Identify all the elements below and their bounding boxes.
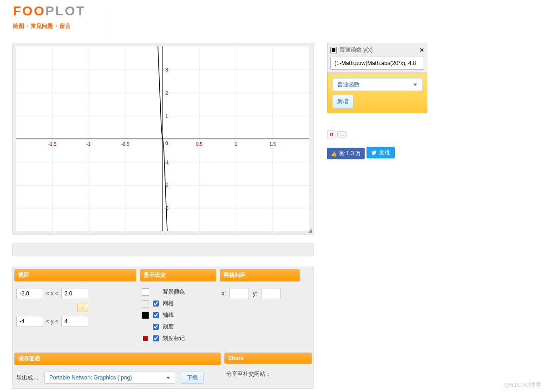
blank-bar xyxy=(12,243,314,256)
grid-x-input[interactable] xyxy=(229,288,249,299)
logo: FOOPLOT xyxy=(13,4,85,19)
format-dropdown[interactable]: Portable Network Graphics (.png) xyxy=(44,372,175,384)
ticklabel-checkbox[interactable] xyxy=(153,335,159,341)
svg-text:2: 2 xyxy=(165,91,168,96)
ymax-input[interactable] xyxy=(61,316,88,327)
twitter-button[interactable]: 发推 xyxy=(367,147,395,158)
sync-range-button[interactable]: ↓ xyxy=(77,303,88,312)
axis-label: 轴线 xyxy=(163,311,174,319)
nav-faq[interactable]: 常见问题 xyxy=(31,23,53,29)
svg-text:3: 3 xyxy=(165,67,168,72)
grid-y-label: y: xyxy=(253,290,257,297)
save-header: 储存图档 xyxy=(14,353,221,365)
svg-text:-1.5: -1.5 xyxy=(48,142,57,147)
grid-checkbox[interactable] xyxy=(153,301,159,307)
svg-text:0.5: 0.5 xyxy=(196,142,203,147)
gridspace-header: 网格间距 xyxy=(220,269,300,281)
add-panel: 普通函数 新增 xyxy=(327,73,427,113)
svg-text:1: 1 xyxy=(235,142,237,147)
svg-text:-0.5: -0.5 xyxy=(121,142,130,147)
svg-text:0: 0 xyxy=(165,141,168,146)
function-input[interactable] xyxy=(330,57,424,70)
axis-color-swatch[interactable] xyxy=(142,312,149,319)
function-type-dropdown[interactable]: 普通函数 xyxy=(332,78,422,91)
grid-color-swatch[interactable] xyxy=(142,300,149,307)
bg-color-swatch[interactable] xyxy=(142,288,149,296)
plot-canvas[interactable]: 321 -1-2-3 -1.5-1-0.5 0 0.511.5 xyxy=(16,46,309,231)
nav-links: 绘图 · 常见问题 · 留言 xyxy=(13,22,85,30)
resize-handle[interactable] xyxy=(307,228,313,234)
tick-checkbox[interactable] xyxy=(153,324,159,330)
function-label: 普通函数 y(x) xyxy=(340,46,373,54)
export-label: 导出成… xyxy=(16,374,39,382)
xlt-label: < x < xyxy=(46,290,59,297)
grid-y-input[interactable] xyxy=(261,288,281,299)
ticklabel-color-swatch[interactable] xyxy=(142,335,149,342)
grid-x-label: x: xyxy=(222,290,226,297)
weibo-icon[interactable]: ơ xyxy=(327,130,335,138)
bg-label: 背景颜色 xyxy=(163,288,185,296)
ticklabel-label: 刻度标记 xyxy=(163,334,185,342)
svg-text:1.5: 1.5 xyxy=(269,142,276,147)
share-text: 分享至社交网站： xyxy=(226,371,271,377)
plot-panel: 321 -1-2-3 -1.5-1-0.5 0 0.511.5 xyxy=(12,43,314,235)
thumb-icon xyxy=(331,150,337,157)
caret-icon xyxy=(166,377,170,379)
xmax-input[interactable] xyxy=(61,288,88,299)
ymin-input[interactable] xyxy=(16,316,43,327)
close-icon[interactable]: ✕ xyxy=(419,47,424,53)
svg-text:1: 1 xyxy=(165,114,168,119)
add-button[interactable]: 新增 xyxy=(332,95,354,108)
xmin-input[interactable] xyxy=(16,288,43,299)
function-color-swatch[interactable] xyxy=(330,47,337,53)
caret-icon xyxy=(413,84,417,86)
download-button[interactable]: 下载 xyxy=(181,372,204,384)
twitter-icon xyxy=(371,150,377,156)
share-header: Share xyxy=(224,353,312,364)
display-header: 显示设定 xyxy=(140,269,216,281)
svg-text:-1: -1 xyxy=(86,142,91,147)
nav-msg[interactable]: 留言 xyxy=(59,23,71,29)
nav-plot[interactable]: 绘图 xyxy=(13,23,24,29)
axis-checkbox[interactable] xyxy=(153,312,159,318)
tick-label: 刻度 xyxy=(163,323,174,331)
function-item: 普通函数 y(x) ✕ xyxy=(327,43,427,73)
plot-svg: 321 -1-2-3 -1.5-1-0.5 0 0.511.5 xyxy=(16,46,309,231)
facebook-like-button[interactable]: 赞 1.3 万 xyxy=(327,148,365,159)
ylt-label: < y < xyxy=(46,318,59,325)
watermark: @51CTO博客 xyxy=(504,381,542,389)
settings-panel: 视区 < x < ↓ < y < xyxy=(12,267,314,389)
svg-text:-1: -1 xyxy=(164,160,169,165)
grid-label: 网格 xyxy=(163,300,174,307)
more-icon[interactable]: … xyxy=(337,131,347,137)
viewport-header: 视区 xyxy=(14,269,136,281)
divider xyxy=(108,4,108,37)
